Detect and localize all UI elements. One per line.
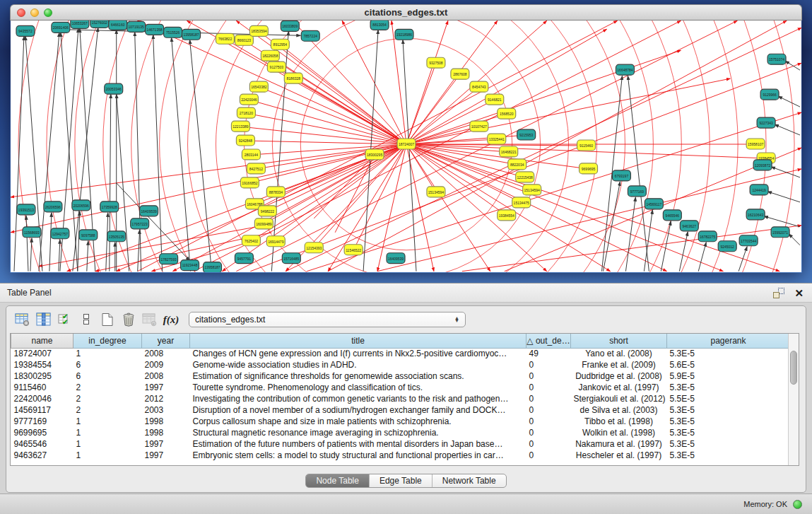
table-row[interactable]: 1872400712008Changes of HCN gene express… bbox=[11, 348, 790, 359]
graph-node[interactable]: 9097588 bbox=[79, 230, 98, 240]
table-settings-icon[interactable] bbox=[12, 310, 33, 329]
graph-node[interactable]: 9435572 bbox=[16, 25, 35, 36]
graph-node[interactable]: 9777169 bbox=[628, 186, 646, 197]
graph-node[interactable]: 7515526 bbox=[164, 27, 182, 37]
graph-node[interactable]: 12942757 bbox=[51, 228, 69, 239]
table-row[interactable]: 1830029562008Estimation of significance … bbox=[11, 370, 790, 382]
graph-node[interactable]: 9327508 bbox=[427, 57, 445, 68]
column-header-short[interactable]: short bbox=[571, 334, 667, 348]
graph-node[interactable]: 14671358 bbox=[146, 24, 164, 35]
graph-node[interactable]: 18300295 bbox=[365, 149, 384, 160]
function-builder-icon[interactable]: f(x) bbox=[160, 310, 182, 329]
new-table-icon[interactable] bbox=[97, 310, 118, 329]
graph-node[interactable]: 12213389 bbox=[231, 121, 249, 132]
graph-node[interactable]: 9465546 bbox=[663, 210, 681, 221]
graph-node[interactable]: 13505135 bbox=[107, 231, 126, 242]
graph-node[interactable]: 7625402 bbox=[242, 235, 260, 246]
graph-node[interactable]: 15716485 bbox=[282, 253, 300, 264]
graph-node[interactable]: 9699695 bbox=[579, 163, 598, 174]
float-panel-icon[interactable] bbox=[773, 288, 784, 298]
graph-node[interactable]: 13958187 bbox=[204, 262, 222, 272]
graph-node[interactable]: 9227343 bbox=[757, 117, 775, 128]
show-columns-icon[interactable] bbox=[33, 310, 54, 329]
graph-node[interactable]: 17703544 bbox=[739, 235, 758, 246]
table-row[interactable]: 911546021997Tourette syndrome. Phenomeno… bbox=[11, 382, 790, 393]
select-rows-icon[interactable]: ✔✔ bbox=[54, 310, 76, 329]
graph-node[interactable]: 11923448 bbox=[181, 260, 199, 271]
graph-node[interactable]: 9457791 bbox=[235, 253, 253, 264]
graph-node[interactable]: 9215953 bbox=[517, 129, 536, 140]
graph-node[interactable]: 16409539 bbox=[140, 206, 158, 216]
graph-node[interactable]: 16099489 bbox=[254, 218, 273, 229]
graph-node[interactable]: 10107427 bbox=[470, 121, 488, 132]
graph-node[interactable]: 8878334 bbox=[266, 187, 285, 197]
column-header-out_de[interactable]: △ out_de… bbox=[526, 334, 571, 348]
graph-node[interactable]: 19384554 bbox=[498, 210, 516, 221]
column-header-year[interactable]: year bbox=[142, 334, 190, 348]
table-row[interactable]: 1938455462009Genome-wide association stu… bbox=[11, 359, 790, 370]
graph-node[interactable]: 20691406 bbox=[52, 22, 70, 33]
graph-node[interactable]: 22420046 bbox=[240, 94, 258, 105]
graph-node[interactable]: 19218986 bbox=[395, 29, 413, 40]
table-row[interactable]: 977716911998Corpus callosum shape and si… bbox=[11, 416, 790, 427]
graph-node[interactable]: 15134594 bbox=[523, 185, 541, 195]
table-selector-dropdown[interactable]: citations_edges.txt ▲▼ bbox=[189, 312, 466, 327]
table-row[interactable]: 1456911722003Disruption of a novel membe… bbox=[11, 404, 790, 416]
graph-node[interactable]: 2867608 bbox=[451, 69, 469, 79]
graph-node[interactable]: 16543382 bbox=[249, 81, 268, 92]
graph-node[interactable]: 12093872 bbox=[753, 160, 772, 170]
graph-node[interactable]: 12154393 bbox=[305, 243, 323, 253]
graph-node[interactable]: 9245012 bbox=[718, 241, 736, 252]
graph-node[interactable]: 8822034 bbox=[508, 159, 526, 170]
graph-node[interactable]: 15958107 bbox=[746, 139, 765, 149]
graph-node[interactable]: 16210643 bbox=[746, 209, 765, 220]
close-panel-icon[interactable]: ✕ bbox=[794, 288, 804, 298]
graph-node[interactable]: 8912954 bbox=[271, 39, 289, 49]
graph-node[interactable]: 16782275 bbox=[698, 231, 717, 242]
graph-node[interactable]: 11546522 bbox=[344, 245, 363, 255]
graph-node[interactable]: 9498222 bbox=[258, 206, 276, 216]
graph-node[interactable]: 9129966 bbox=[760, 89, 779, 100]
table-scrollbar-thumb[interactable] bbox=[790, 351, 797, 385]
graph-node[interactable]: 10653267 bbox=[71, 21, 89, 28]
tab-network-table[interactable]: Network Table bbox=[433, 474, 506, 487]
graph-node[interactable]: 9115460 bbox=[577, 140, 596, 151]
graph-node[interactable]: 15992071 bbox=[771, 227, 789, 238]
graph-node[interactable]: 11568693 bbox=[23, 227, 41, 238]
graph-node[interactable]: 19166852 bbox=[240, 177, 259, 188]
graph-node[interactable]: 16033809 bbox=[281, 21, 299, 31]
graph-node[interactable]: 6466160 bbox=[109, 21, 127, 30]
graph-node[interactable]: 17827593 bbox=[160, 254, 178, 264]
graph-node[interactable]: 14569117 bbox=[645, 199, 663, 209]
graph-node[interactable]: 6793197 bbox=[612, 170, 630, 181]
table-row[interactable]: 969969511998Structural magnetic resonanc… bbox=[11, 427, 790, 438]
graph-node[interactable]: 15134475 bbox=[512, 197, 531, 208]
graph-node[interactable]: 2718120 bbox=[237, 107, 255, 118]
graph-node[interactable]: 26206596 bbox=[44, 201, 62, 212]
graph-node[interactable]: 8186328 bbox=[284, 73, 302, 83]
network-canvas[interactable]: 7663822 8660123 18353594 8912954 1822605… bbox=[11, 21, 801, 272]
graph-node[interactable]: 18226058 bbox=[261, 50, 279, 61]
graph-node[interactable]: 9463627 bbox=[680, 221, 698, 231]
graph-node[interactable]: 10719135 bbox=[127, 21, 146, 32]
graph-node[interactable]: 1568520 bbox=[498, 108, 516, 119]
column-header-title[interactable]: title bbox=[190, 334, 526, 348]
graph-node[interactable]: 2803144 bbox=[242, 149, 260, 160]
graph-node[interactable]: 7663822 bbox=[216, 33, 234, 44]
graph-node[interactable]: 18724007 bbox=[397, 139, 416, 149]
graph-node[interactable]: 16468221 bbox=[500, 146, 518, 157]
column-header-pagerank[interactable]: pagerank bbox=[667, 334, 790, 348]
table-scrollbar[interactable] bbox=[788, 334, 799, 465]
graph-node[interactable]: 1244419 bbox=[750, 185, 768, 195]
row-height-icon[interactable] bbox=[76, 310, 97, 329]
table-row[interactable]: 946362711997Embryonic stem cells: a mode… bbox=[11, 450, 790, 461]
graph-node[interactable]: 19391513 bbox=[17, 204, 35, 215]
graph-node[interactable]: 8427512 bbox=[247, 163, 265, 174]
graph-node[interactable]: 9127503 bbox=[267, 62, 286, 72]
delete-table-icon[interactable] bbox=[118, 310, 139, 329]
graph-node[interactable]: 15134594 bbox=[427, 187, 445, 197]
graph-node[interactable]: 8660123 bbox=[235, 35, 253, 45]
network-window-titlebar[interactable]: citations_edges.txt bbox=[10, 4, 802, 21]
graph-node[interactable]: 18353594 bbox=[249, 25, 268, 36]
tab-edge-table[interactable]: Edge Table bbox=[370, 474, 433, 487]
